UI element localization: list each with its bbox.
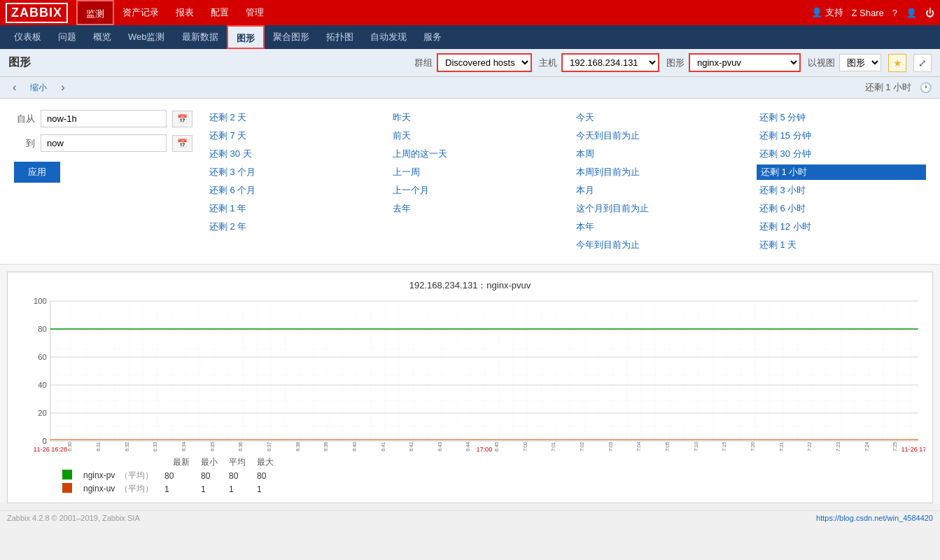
svg-text:16:34: 16:34 — [181, 442, 186, 451]
nav-config[interactable]: 配置 — [202, 0, 237, 25]
nav-services[interactable]: 服务 — [415, 25, 450, 49]
nav-dashboard[interactable]: 仪表板 — [6, 25, 50, 49]
graph-select[interactable]: nginx-pvuv — [689, 53, 801, 72]
svg-text:11-26 17:28: 11-26 17:28 — [901, 446, 925, 451]
svg-text:17:25: 17:25 — [892, 442, 897, 451]
share-link[interactable]: Z Share — [852, 8, 884, 18]
nav-maps[interactable]: 拓扑图 — [318, 25, 362, 49]
quick-link-7[interactable]: 还剩 15 分钟 — [757, 128, 926, 144]
next-arrow[interactable]: › — [57, 80, 69, 95]
graph-section: 192.168.234.131：nginx-pvuv — [7, 272, 933, 503]
quick-link-30[interactable]: 今年到目前为止 — [573, 237, 743, 253]
quick-link-2[interactable]: 今天 — [573, 110, 743, 125]
quick-link-28[interactable] — [206, 237, 376, 253]
svg-text:80: 80 — [38, 325, 46, 333]
quick-link-1[interactable]: 昨天 — [390, 110, 559, 125]
to-label: 到 — [14, 137, 35, 150]
nav-graphs[interactable]: 图形 — [227, 25, 265, 49]
quick-link-20[interactable]: 还剩 1 年 — [206, 201, 376, 216]
svg-text:40: 40 — [38, 381, 46, 389]
quick-link-3[interactable]: 还剩 5 分钟 — [757, 110, 926, 125]
logout-icon[interactable]: ⏻ — [925, 8, 934, 18]
apply-button[interactable]: 应用 — [14, 162, 60, 183]
svg-text:16:40: 16:40 — [352, 442, 357, 451]
legend-header-max: 最大 — [251, 456, 279, 469]
to-calendar-button[interactable]: 📅 — [172, 135, 192, 152]
date-picker-section: 自从 📅 到 📅 应用 还剩 2 天昨天今天还剩 5 分钟还剩 7 天前天今天到… — [0, 99, 940, 265]
top-nav: ZABBIX 监测 资产记录 报表 配置 管理 👤 支持 Z Share ? 👤… — [0, 0, 940, 25]
quick-link-23[interactable]: 还剩 6 小时 — [757, 201, 926, 216]
quick-link-6[interactable]: 今天到目前为止 — [573, 128, 743, 144]
svg-text:17:00: 17:00 — [476, 446, 492, 451]
svg-text:11-26 16:28: 11-26 16:28 — [33, 446, 67, 451]
footer-link[interactable]: https://blog.csdn.net/win_4584420 — [816, 514, 933, 522]
quick-link-8[interactable]: 还剩 30 天 — [206, 146, 376, 162]
legend-max-uv: 1 — [251, 482, 279, 496]
quick-link-19[interactable]: 还剩 3 小时 — [757, 183, 926, 198]
date-form: 自从 📅 到 📅 应用 — [14, 110, 192, 253]
quick-link-12[interactable]: 还剩 3 个月 — [206, 164, 376, 180]
host-label: 主机 — [539, 57, 557, 69]
quick-link-29[interactable] — [390, 237, 559, 253]
quick-link-18[interactable]: 本月 — [573, 183, 743, 198]
quick-link-24[interactable]: 还剩 2 年 — [206, 219, 376, 234]
quick-link-4[interactable]: 还剩 7 天 — [206, 128, 376, 144]
svg-text:16:32: 16:32 — [125, 442, 129, 451]
quick-link-13[interactable]: 上一周 — [390, 164, 559, 180]
shrink-button[interactable]: 缩小 — [26, 80, 51, 95]
nav-latest[interactable]: 最新数据 — [174, 25, 227, 49]
nav-monitoring[interactable]: 监测 — [76, 0, 114, 25]
user-icon[interactable]: 👤 — [906, 8, 917, 18]
host-select[interactable]: 192.168.234.131 — [561, 53, 659, 72]
from-calendar-button[interactable]: 📅 — [172, 111, 192, 127]
quick-link-11[interactable]: 还剩 30 分钟 — [757, 146, 926, 162]
nav-screens[interactable]: 聚合图形 — [265, 25, 318, 49]
svg-text:16:43: 16:43 — [437, 442, 442, 451]
svg-text:16:31: 16:31 — [96, 442, 101, 451]
from-input[interactable] — [41, 110, 167, 127]
nav-problems[interactable]: 问题 — [50, 25, 85, 49]
svg-text:16:41: 16:41 — [380, 442, 385, 451]
svg-text:17:05: 17:05 — [665, 442, 670, 451]
quick-link-0[interactable]: 还剩 2 天 — [206, 110, 376, 125]
view-select[interactable]: 图形 — [839, 54, 881, 71]
quick-link-16[interactable]: 还剩 6 个月 — [206, 183, 376, 198]
quick-link-21[interactable]: 去年 — [390, 201, 559, 216]
nav-overview[interactable]: 概览 — [85, 25, 120, 49]
svg-text:17:15: 17:15 — [722, 442, 727, 451]
to-input[interactable] — [41, 134, 167, 152]
group-select[interactable]: Discovered hosts — [437, 53, 532, 72]
quick-link-26[interactable]: 本年 — [573, 219, 743, 234]
help-link[interactable]: ? — [892, 8, 897, 18]
quick-link-5[interactable]: 前天 — [390, 128, 559, 144]
nav-web[interactable]: Web监测 — [120, 25, 174, 49]
svg-text:17:03: 17:03 — [608, 442, 613, 451]
quick-link-17[interactable]: 上一个月 — [390, 183, 559, 198]
nav-reports[interactable]: 报表 — [167, 0, 202, 25]
svg-text:17:04: 17:04 — [636, 442, 641, 451]
svg-text:17:00: 17:00 — [523, 442, 528, 451]
quick-link-27[interactable]: 还剩 12 小时 — [757, 219, 926, 234]
nav-admin[interactable]: 管理 — [237, 0, 272, 25]
quick-link-10[interactable]: 本周 — [573, 146, 743, 162]
legend-latest-uv: 1 — [159, 482, 195, 496]
quick-link-14[interactable]: 本周到目前为止 — [573, 164, 743, 180]
quick-link-31[interactable]: 还剩 1 天 — [757, 237, 926, 253]
favorite-button[interactable]: ★ — [888, 54, 906, 72]
support-link[interactable]: 👤 支持 — [811, 6, 843, 19]
svg-text:17:01: 17:01 — [551, 442, 556, 451]
legend-name-pv: nginx-pv （平均） — [78, 469, 159, 482]
legend-name-uv: nginx-uv （平均） — [78, 482, 159, 496]
quick-link-22[interactable]: 这个月到目前为止 — [573, 201, 743, 216]
prev-arrow[interactable]: ‹ — [8, 80, 20, 95]
svg-text:17:23: 17:23 — [836, 442, 841, 451]
nav-discovery[interactable]: 自动发现 — [362, 25, 415, 49]
fullscreen-button[interactable]: ⤢ — [913, 54, 932, 72]
to-row: 到 📅 — [14, 134, 192, 152]
svg-text:16:36: 16:36 — [238, 442, 243, 451]
quick-link-9[interactable]: 上周的这一天 — [390, 146, 559, 162]
legend-max-pv: 80 — [251, 469, 279, 482]
nav-assets[interactable]: 资产记录 — [114, 0, 167, 25]
quick-link-15[interactable]: 还剩 1 小时 — [757, 164, 926, 180]
quick-link-25[interactable] — [390, 219, 559, 234]
